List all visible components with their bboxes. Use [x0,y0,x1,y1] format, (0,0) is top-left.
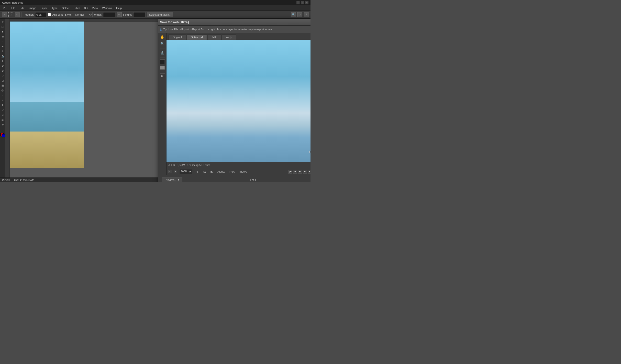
tool-more[interactable]: … [0,127,5,132]
beach-image [10,21,84,168]
style-select[interactable]: Normal [73,12,93,17]
ruler-horizontal [10,18,158,21]
image-speed-info: 676 sec @ 56.6 Kbps [187,164,210,167]
menu-3d[interactable]: 3D [82,6,89,10]
tool-grid[interactable]: ⊞ [0,34,5,39]
tool-path[interactable]: ↗ [0,107,5,112]
tool-dodge[interactable]: ○ [0,93,5,97]
menu-filter[interactable]: Filter [72,6,82,10]
save-for-web-dialog: Save for Web (100%) ─ □ ✕ ℹ Tip: Use Fil… [158,18,310,182]
preview-zoom-out-icon[interactable]: + [174,170,177,173]
preview-fg-color[interactable] [160,59,165,64]
export-icon[interactable]: ⬇ [304,12,309,17]
maximize-button[interactable]: □ [301,1,304,4]
menu-view[interactable]: View [90,6,100,10]
preview-tool-hand[interactable]: ✋ [159,34,165,40]
share-icon[interactable]: □ [297,12,302,17]
image-format-info: JPEG [169,164,175,167]
tool-history[interactable]: ↺ [0,73,5,78]
menu-select[interactable]: Select [60,6,71,10]
preview-tool-zoom[interactable]: 🔍 [159,41,165,47]
preview-tool-eyedropper[interactable]: 🔬 [159,50,165,56]
tool-lasso[interactable]: ○ [0,39,5,44]
preview-tools-separator-3 [160,71,165,71]
preview-toggle-view[interactable]: ▤ [160,73,165,78]
tool-zoom[interactable]: ⊕ [0,122,5,127]
menu-layer[interactable]: Layer [39,6,49,10]
height-input[interactable] [133,12,145,17]
page-controls: |◀ ◀ ▶ ▶ ▶| 1 of 1 [288,170,310,173]
app-title: Adobe Photoshop [2,1,23,4]
tool-play[interactable]: ▶ [0,29,5,34]
tool-gradient[interactable]: ▦ [0,83,5,87]
tool-crop[interactable]: ⌖ [0,49,5,53]
tab-original[interactable]: Original [169,35,186,40]
toolbar-separator [21,12,22,17]
quality-badge: 80 quality [309,151,310,153]
preview-dropdown-arrow[interactable]: ▼ [177,179,180,181]
preview-area: Original Optimized 2-Up 4-Up 80 quality [167,33,310,175]
left-tools-panel: ✛ ⬚ ▶ ⊞ ○ ✦ ⌖ 🔬 ✚ 🖌 ⊕ ↺ ◻ ▦ ◎ ○ ✒ T ↗ □ … [0,18,5,182]
tool-hand[interactable]: ☰ [0,117,5,122]
search-icon[interactable]: 🔍 [291,12,296,17]
menu-help[interactable]: Help [114,6,124,10]
tip-text: Tip: Use File > Export > Export As... or… [163,28,273,31]
tool-eraser[interactable]: ◻ [0,78,5,83]
menu-type[interactable]: Type [50,6,60,10]
style-label: Style: [65,13,72,16]
tool-shape[interactable]: □ [0,112,5,117]
feather-label: Feather: [24,13,34,16]
dialog-footer: Preview... ▼ 1 of 1 Save... Cancel Done [158,175,310,182]
tab-4up[interactable]: 4-Up [222,35,236,40]
tool-text[interactable]: T [0,103,5,107]
preview-button[interactable]: Preview... ▼ [162,177,182,182]
tab-2up[interactable]: 2-Up [207,35,222,40]
zoom-status: 66,67% [2,178,10,181]
prev-page-button[interactable]: ◀ [293,170,297,173]
width-input[interactable] [103,12,115,17]
tool-clone[interactable]: ⊕ [0,69,5,73]
tool-move[interactable]: ✛ [0,19,5,24]
tab-optimized[interactable]: Optimized [187,35,207,40]
pixel-alpha: Alpha: -- [217,170,228,173]
menu-window[interactable]: Window [100,6,114,10]
menu-edit[interactable]: Edit [17,6,26,10]
image-preview: 80 quality [167,40,310,162]
menu-ps[interactable]: PS [1,6,9,10]
tool-marquee[interactable]: ⬚ [8,12,13,17]
tool-arrow[interactable]: ↖ [2,12,7,17]
preview-bg-color[interactable] [160,66,165,70]
minimize-button[interactable]: ─ [296,1,300,4]
image-size-info: 3,643M [177,164,185,167]
menu-image[interactable]: Image [27,6,38,10]
antialiased-checkbox[interactable] [48,13,51,16]
tool-rect-marquee[interactable]: ⬚ [0,24,5,29]
pixel-g: G: -- [203,170,208,173]
next-page-button[interactable]: ▶ [303,170,307,173]
fg-color[interactable] [0,133,5,137]
menu-file[interactable]: File [9,6,17,10]
tool-blur[interactable]: ◎ [0,88,5,92]
canvas-area [5,18,158,182]
feather-input[interactable] [35,12,46,17]
preview-toggle-icon[interactable]: □ [169,170,172,173]
first-page-button[interactable]: |◀ [288,170,292,173]
last-page-button[interactable]: ▶| [308,170,310,173]
tool-pen[interactable]: ✒ [0,98,5,102]
preview-tools-separator [160,48,165,48]
toolbar: ↖ ⬚ ⋯ Feather: Anti-alias Style: Normal … [0,11,310,18]
tool-eyedropper[interactable]: 🔬 [0,54,5,58]
tool-dots[interactable]: ⋯ [15,12,19,17]
play-button[interactable]: ▶ [298,170,302,173]
zoom-select[interactable]: 100% 50% 200% [179,169,192,174]
tool-brush[interactable]: 🖌 [0,64,5,68]
preview-tools: ✋ 🔍 🔬 ▤ [158,33,167,175]
window-controls: ─ □ ✕ [296,1,309,4]
close-button[interactable]: ✕ [305,1,309,4]
ruler-vertical [5,18,10,182]
select-mask-button[interactable]: Select and Mask... [147,12,173,17]
tool-magic-wand[interactable]: ✦ [0,44,5,48]
pixel-index: Index: -- [240,170,249,173]
swap-icon[interactable]: ⇄ [117,12,122,17]
tool-heal[interactable]: ✚ [0,59,5,63]
